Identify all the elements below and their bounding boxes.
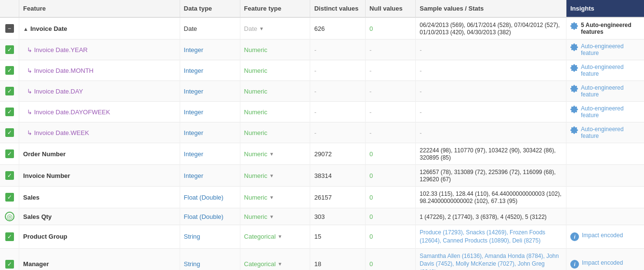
null-value: 0: [369, 172, 373, 179]
featuretype-dropdown[interactable]: Categorical ▼: [244, 260, 283, 268]
checkbox-check-icon[interactable]: ✓: [5, 260, 14, 269]
checkbox-check-icon[interactable]: ✓: [5, 149, 14, 158]
featuretype-cell[interactable]: Numeric ▼: [240, 143, 310, 165]
checkbox-check-icon[interactable]: ✓: [5, 128, 14, 137]
distinct-values-cell: -: [310, 102, 366, 122]
checkbox-cell[interactable]: ✓: [0, 122, 19, 143]
insights-text: Auto-engineered feature: [581, 105, 640, 119]
distinct-value: -: [314, 108, 316, 116]
feature-label: Invoice Date: [30, 25, 67, 32]
featuretype-dropdown[interactable]: Numeric ▼: [244, 172, 274, 179]
checkbox-cell[interactable]: ✓: [0, 40, 19, 60]
header-sample: Sample values / Stats: [416, 0, 566, 17]
checkbox-check-icon[interactable]: ✓: [5, 108, 14, 116]
datatype-cell: Float (Double): [180, 208, 240, 225]
header-insights: Insights: [566, 0, 644, 17]
insights-text: Auto-engineered feature: [581, 64, 640, 77]
datatype-label: Integer: [184, 67, 203, 74]
chevron-down-icon: ▼: [277, 234, 282, 239]
featuretype-dropdown[interactable]: Numeric ▼: [244, 213, 274, 220]
distinct-value: 29072: [314, 150, 331, 158]
distinct-value: 26157: [314, 194, 331, 201]
table-row: ✓↳ Invoice Date.WEEKIntegerNumeric--- Au…: [0, 122, 644, 143]
checkbox-cell[interactable]: ✓: [0, 225, 19, 249]
checkbox-check-icon[interactable]: ✓: [5, 66, 14, 75]
datatype-label: Date: [184, 25, 197, 32]
distinct-values-cell: 38314: [310, 165, 366, 187]
insights-cell: Auto-engineered feature: [566, 60, 644, 81]
insights-content: i Impact encoded: [570, 232, 640, 241]
featuretype-cell[interactable]: Numeric ▼: [240, 165, 310, 187]
checkbox-check-icon[interactable]: ✓: [5, 193, 14, 202]
checkbox-check-icon[interactable]: ✓: [5, 232, 14, 241]
insights-cell: Auto-engineered feature: [566, 102, 644, 122]
datatype-cell: Integer: [180, 40, 240, 60]
feature-name-cell: ↳ Invoice Date.MONTH: [19, 60, 180, 81]
featuretype-dropdown[interactable]: Numeric ▼: [244, 150, 274, 158]
insights-text: Impact encoded: [582, 232, 623, 239]
checkbox-minus-icon[interactable]: −: [5, 24, 14, 33]
insights-cell: Auto-engineered feature: [566, 40, 644, 60]
checkbox-cell[interactable]: ◎: [0, 208, 19, 225]
distinct-values-cell: 26157: [310, 187, 366, 208]
featuretype-label: Categorical: [244, 260, 276, 268]
featuretype-cell[interactable]: Numeric ▼: [240, 208, 310, 225]
gear-icon: [570, 64, 578, 72]
checkbox-cell[interactable]: ✓: [0, 102, 19, 122]
insights-content: Auto-engineered feature: [570, 84, 640, 98]
feature-child-label: ↳ Invoice Date.WEEK: [23, 129, 89, 136]
checkbox-cell[interactable]: ✓: [0, 81, 19, 102]
featuretype-cell[interactable]: Numeric ▼: [240, 187, 310, 208]
checkbox-check-icon[interactable]: ✓: [5, 45, 14, 54]
insights-content: 5 Auto-engineered features: [570, 22, 640, 35]
checkbox-cell[interactable]: −: [0, 17, 19, 40]
null-values-cell: -: [366, 102, 416, 122]
checkbox-cell[interactable]: ✓: [0, 143, 19, 165]
collapse-arrow-icon[interactable]: ▲: [23, 26, 28, 32]
insights-content: Auto-engineered feature: [570, 43, 640, 56]
featuretype-dropdown[interactable]: Categorical ▼: [244, 233, 283, 240]
featuretype-cell: Numeric: [240, 40, 310, 60]
sample-text: 222244 (98), 110770 (97), 103422 (90), 3…: [420, 147, 555, 161]
table-row: ◎Sales QtyFloat (Double) Numeric ▼ 30301…: [0, 208, 644, 225]
checkbox-cell[interactable]: ✓: [0, 165, 19, 187]
insights-text: Auto-engineered feature: [581, 84, 640, 98]
distinct-value: 303: [314, 213, 325, 220]
null-values-cell: -: [366, 60, 416, 81]
checkbox-check-icon[interactable]: ✓: [5, 171, 14, 180]
checkbox-cell[interactable]: ✓: [0, 60, 19, 81]
null-values-cell: 0: [366, 187, 416, 208]
featuretype-cell[interactable]: Categorical ▼: [240, 248, 310, 270]
header-distinct: Distinct values: [310, 0, 366, 17]
checkbox-cell[interactable]: ✓: [0, 248, 19, 270]
null-values-cell: 0: [366, 17, 416, 40]
table-row: ✓↳ Invoice Date.DAYIntegerNumeric--- Aut…: [0, 81, 644, 102]
chevron-down-icon: ▼: [259, 26, 264, 31]
null-values-cell: 0: [366, 165, 416, 187]
sample-text: -: [420, 129, 421, 136]
checkbox-check-icon[interactable]: ✓: [5, 87, 14, 95]
distinct-value: 18: [314, 260, 321, 268]
sample-values-cell: -: [416, 81, 566, 102]
featuretype-cell: Numeric: [240, 60, 310, 81]
chevron-down-icon: ▼: [269, 151, 274, 157]
featuretype-cell[interactable]: Categorical ▼: [240, 225, 310, 249]
datatype-cell: Float (Double): [180, 187, 240, 208]
featuretype-label: Numeric: [244, 108, 267, 116]
sample-text: -: [420, 108, 421, 116]
feature-child-label: ↳ Invoice Date.YEAR: [23, 46, 88, 54]
sample-values-cell: Produce (17293), Snacks (14269), Frozen …: [416, 225, 566, 249]
featuretype-cell[interactable]: Date ▼: [240, 17, 310, 40]
insights-text: 5 Auto-engineered features: [581, 22, 640, 35]
checkbox-cell[interactable]: ✓: [0, 187, 19, 208]
target-icon[interactable]: ◎: [5, 212, 14, 221]
sample-values-cell: 06/24/2013 (569), 06/17/2014 (528), 07/0…: [416, 17, 566, 40]
insights-cell: i Impact encoded: [566, 248, 644, 270]
featuretype-dropdown[interactable]: Numeric ▼: [244, 194, 274, 201]
insights-content: i Impact encoded: [570, 259, 640, 269]
table-row: ✓Invoice NumberInteger Numeric ▼ 3831401…: [0, 165, 644, 187]
featuretype-label: Date: [244, 25, 257, 32]
insights-cell: [566, 165, 644, 187]
featuretype-dropdown[interactable]: Date ▼: [244, 25, 264, 32]
datatype-label: Integer: [184, 88, 203, 95]
